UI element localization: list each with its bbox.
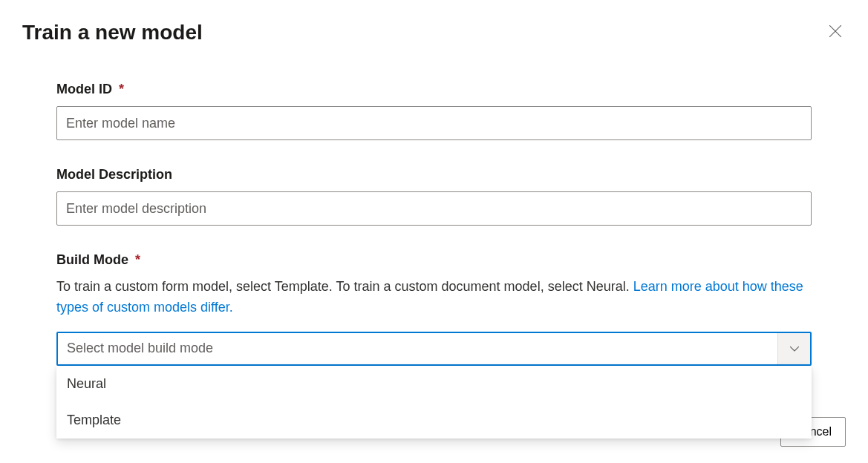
- combobox-caret-button[interactable]: [777, 333, 810, 364]
- form-body: Model ID * Model Description Build Mode …: [0, 45, 868, 366]
- model-id-field-group: Model ID *: [56, 82, 812, 140]
- build-mode-combobox[interactable]: Select model build mode: [56, 332, 812, 366]
- model-id-input[interactable]: [56, 106, 812, 140]
- model-id-label-text: Model ID: [56, 82, 112, 96]
- model-description-field-group: Model Description: [56, 167, 812, 226]
- build-mode-help-text: To train a custom form model, select Tem…: [56, 277, 812, 318]
- close-icon: [829, 24, 842, 38]
- build-mode-field-group: Build Mode * To train a custom form mode…: [56, 252, 812, 366]
- build-mode-label-text: Build Mode: [56, 252, 128, 267]
- build-mode-placeholder: Select model build mode: [58, 341, 777, 356]
- chevron-down-icon: [789, 344, 800, 354]
- build-mode-combobox-wrapper: Select model build mode Neural Template: [56, 332, 812, 366]
- model-description-label-text: Model Description: [56, 167, 172, 182]
- dialog-header: Train a new model: [0, 0, 868, 45]
- close-button[interactable]: [825, 21, 846, 42]
- dropdown-option-template[interactable]: Template: [56, 402, 812, 439]
- required-asterisk: *: [119, 82, 124, 96]
- model-description-label: Model Description: [56, 167, 812, 183]
- dialog-title: Train a new model: [22, 21, 203, 45]
- model-description-input[interactable]: [56, 191, 812, 226]
- build-mode-label: Build Mode *: [56, 252, 812, 268]
- dropdown-option-neural[interactable]: Neural: [56, 366, 812, 402]
- required-asterisk: *: [135, 252, 140, 267]
- build-mode-dropdown-panel: Neural Template: [56, 366, 812, 439]
- model-id-label: Model ID *: [56, 82, 812, 97]
- build-mode-help-text-content: To train a custom form model, select Tem…: [56, 279, 633, 294]
